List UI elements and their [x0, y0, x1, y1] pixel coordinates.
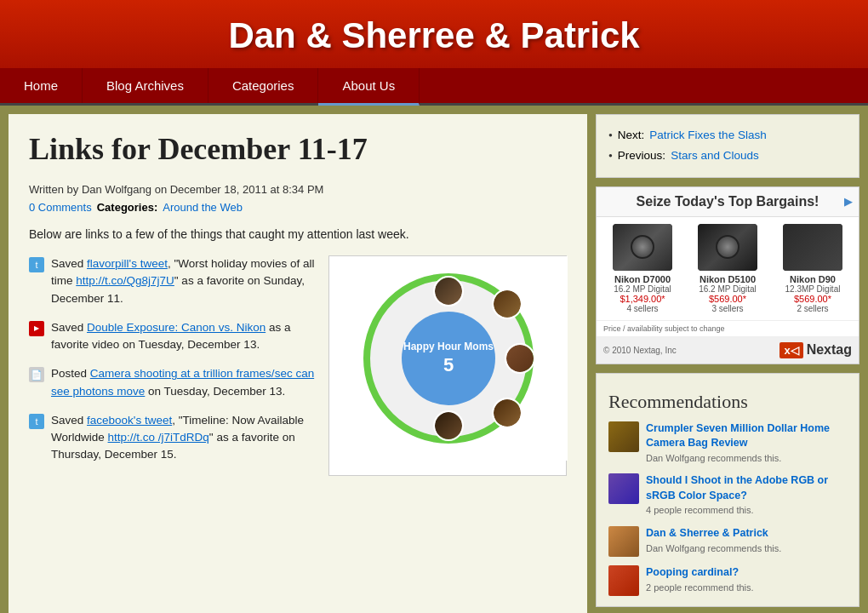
sidebar-next-item: ● Next: Patrick Fixes the Slash — [608, 125, 847, 146]
camera-spec: 16.2 MP Digital — [608, 284, 677, 294]
nav-blog-archives[interactable]: Blog Archives — [83, 68, 208, 103]
camera-lens — [716, 235, 740, 259]
item-url-link[interactable]: http://t.co /j7iTdRDq — [108, 431, 209, 444]
list-item: ▶ Saved Double Exposure: Canon vs. Nikon… — [29, 319, 315, 354]
sidebar-prev-item: ● Previous: Stars and Clouds — [608, 146, 847, 166]
item-link[interactable]: Double Exposure: Canon vs. Nikon — [87, 321, 266, 334]
comments-link[interactable]: 0 Comments — [29, 201, 92, 214]
ad-header-text: Seize Today's Top Bargains! — [637, 194, 819, 209]
ad-header: Seize Today's Top Bargains! ▶ — [597, 187, 859, 217]
rec-link[interactable]: Dan & Sherree & Patrick — [646, 527, 768, 539]
post-body: t Saved flavorpill's tweet, "Worst holid… — [29, 255, 567, 476]
item-link[interactable]: flavorpill's tweet — [87, 257, 168, 270]
ad-footer: © 2010 Nextag, Inc x◁ Nextag — [597, 337, 859, 364]
cameras-grid: Nikon D7000 16.2 MP Digital $1,349.00* 4… — [597, 217, 859, 321]
main-wrapper: Links for December 11-17 Written by Dan … — [0, 106, 868, 613]
post-title: Links for December 11-17 — [29, 131, 567, 168]
rec-thumb-img — [608, 526, 639, 557]
camera-sellers: 3 sellers — [694, 304, 762, 313]
rec-thumb-img — [608, 565, 639, 596]
avatar — [433, 276, 464, 306]
rec-text: Should I Shoot in the Adobe RGB or sRGB … — [646, 473, 847, 518]
prev-link[interactable]: Stars and Clouds — [671, 146, 759, 166]
rec-thumb-img — [608, 421, 639, 452]
rec-item: Should I Shoot in the Adobe RGB or sRGB … — [608, 473, 847, 518]
nextag-logo: x◁ Nextag — [779, 342, 852, 358]
prev-label: Previous: — [618, 146, 665, 166]
rec-meta: 4 people recommend this. — [646, 505, 754, 515]
item-text: Saved facebook's tweet, "Timeline: Now A… — [51, 412, 315, 464]
rec-link[interactable]: Crumpler Seven Million Dollar Home Camer… — [646, 422, 830, 450]
avatar — [433, 410, 464, 441]
rec-text: Crumpler Seven Million Dollar Home Camer… — [646, 421, 847, 466]
rec-item: Crumpler Seven Million Dollar Home Camer… — [608, 421, 847, 466]
item-text: Saved Double Exposure: Canon vs. Nikon a… — [51, 319, 315, 354]
rec-thumbnail — [608, 565, 639, 596]
doc-icon: 📄 — [29, 367, 44, 382]
post-meta: Written by Dan Wolfgang on December 18, … — [29, 183, 567, 196]
list-item: t Saved facebook's tweet, "Timeline: Now… — [29, 412, 315, 464]
sidebar-nav-box: ● Next: Patrick Fixes the Slash ● Previo… — [596, 114, 859, 178]
camera-name: Nikon D7000 — [608, 274, 677, 284]
camera-item[interactable]: Nikon D5100 16.2 MP Digital $569.00* 3 s… — [694, 224, 762, 313]
recommendations-title: Recommendations — [608, 384, 847, 421]
camera-lens — [631, 235, 654, 259]
camera-body-only — [783, 224, 842, 271]
camera-item[interactable]: Nikon D7000 16.2 MP Digital $1,349.00* 4… — [608, 224, 677, 313]
youtube-icon: ▶ — [29, 321, 44, 336]
sidebar: ● Next: Patrick Fixes the Slash ● Previo… — [596, 114, 859, 613]
camera-image — [613, 224, 672, 271]
post-meta-links: 0 Comments Categories: Around the Web — [29, 201, 567, 214]
social-widget: Happy Hour Moms 5 — [329, 256, 568, 461]
camera-spec: 12.3MP Digital — [779, 284, 847, 294]
avatar — [492, 398, 523, 428]
item-link[interactable]: facebook's tweet — [87, 414, 172, 427]
bullet-icon: ● — [608, 150, 613, 162]
rec-link[interactable]: Pooping cardinal? — [646, 566, 739, 578]
ad-panel: Seize Today's Top Bargains! ▶ Nikon D700… — [596, 186, 859, 364]
rec-link[interactable]: Should I Shoot in the Adobe RGB or sRGB … — [646, 474, 828, 501]
item-url-link[interactable]: http://t.co/Qg8j7j7U — [76, 274, 174, 287]
ad-copyright: © 2010 Nextag, Inc — [603, 346, 779, 355]
camera-sellers: 2 sellers — [779, 304, 847, 313]
list-item: 📄 Posted Camera shooting at a trillion f… — [29, 365, 315, 400]
rec-thumbnail — [608, 473, 639, 504]
nextag-text: Nextag — [807, 342, 852, 358]
rec-item: Dan & Sherree & Patrick Dan Wolfgang rec… — [608, 526, 847, 557]
camera-image — [698, 224, 757, 271]
camera-spec: 16.2 MP Digital — [694, 284, 762, 294]
camera-image — [783, 224, 842, 271]
next-label: Next: — [618, 125, 645, 146]
camera-item[interactable]: Nikon D90 12.3MP Digital $569.00* 2 sell… — [779, 224, 847, 313]
rec-text: Pooping cardinal? 2 people recommend thi… — [646, 565, 754, 594]
rec-meta: 2 people recommend this. — [646, 582, 754, 593]
site-title: Dan & Sherree & Patrick — [9, 15, 859, 56]
rec-item: Pooping cardinal? 2 people recommend thi… — [608, 565, 847, 596]
nav-home[interactable]: Home — [0, 68, 83, 103]
rec-thumb-img — [608, 473, 639, 504]
avatar — [505, 343, 535, 374]
rec-text: Dan & Sherree & Patrick Dan Wolfgang rec… — [646, 526, 781, 555]
post-items: t Saved flavorpill's tweet, "Worst holid… — [29, 255, 315, 476]
category-link[interactable]: Around the Web — [163, 201, 243, 214]
item-text: Posted Camera shooting at a trillion fra… — [51, 365, 315, 400]
nav-about-us[interactable]: About Us — [318, 68, 420, 106]
next-link[interactable]: Patrick Fixes the Slash — [649, 125, 766, 146]
widget-label: Happy Hour Moms — [403, 341, 494, 354]
rec-meta: Dan Wolfgang recommends this. — [646, 453, 781, 463]
post-content: Links for December 11-17 Written by Dan … — [9, 114, 587, 613]
nav-categories[interactable]: Categories — [208, 68, 319, 103]
twitter-icon: t — [29, 414, 44, 429]
camera-name: Nikon D90 — [779, 274, 847, 284]
widget-count: 5 — [443, 354, 454, 376]
post-intro: Below are links to a few of the things t… — [29, 226, 567, 243]
camera-price: $569.00* — [779, 294, 847, 304]
ad-arrow-icon: ▶ — [844, 196, 852, 208]
item-link[interactable]: Camera shooting at a trillion frames/sec… — [51, 367, 314, 397]
avatar — [492, 289, 523, 319]
site-header: Dan & Sherree & Patrick — [0, 0, 868, 68]
bullet-icon: ● — [608, 129, 613, 141]
recommendations-box: Recommendations Crumpler Seven Million D… — [596, 373, 859, 608]
rec-thumbnail — [608, 421, 639, 452]
rec-meta: Dan Wolfgang recommends this. — [646, 543, 781, 553]
